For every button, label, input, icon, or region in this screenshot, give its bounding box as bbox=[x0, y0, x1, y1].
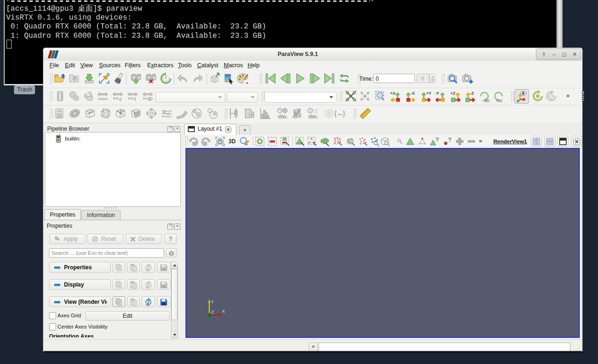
svg-text:{: { bbox=[335, 110, 337, 117]
svg-text:-X: -X bbox=[411, 91, 415, 96]
svg-text:Y: Y bbox=[211, 299, 214, 304]
svg-text:}: } bbox=[343, 110, 345, 117]
svg-text:-Z: -Z bbox=[470, 91, 474, 96]
svg-text:-Y: -Y bbox=[435, 91, 439, 96]
svg-text:+Y: +Y bbox=[426, 91, 431, 96]
svg-text:+Z: +Z bbox=[450, 91, 456, 96]
svg-text:-90: -90 bbox=[496, 98, 502, 103]
svg-text:?: ? bbox=[435, 136, 439, 143]
svg-text:+X: +X bbox=[390, 91, 395, 96]
svg-text:Z: Z bbox=[211, 309, 214, 315]
svg-text:X: X bbox=[222, 308, 225, 314]
svg-text:?: ? bbox=[448, 136, 451, 143]
svg-text:+90: +90 bbox=[482, 98, 489, 103]
